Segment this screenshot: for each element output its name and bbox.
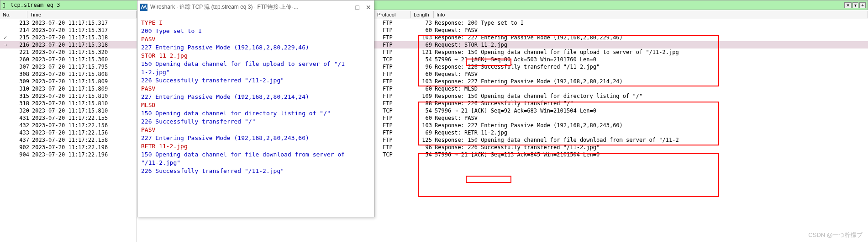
table-row[interactable]: FTP60Request: PASV (374, 70, 868, 78)
table-row[interactable]: FTP60Request: PASV (374, 114, 868, 122)
cell-no: 437 (9, 137, 31, 143)
close-button[interactable]: ✕ (366, 4, 371, 11)
cell-info: Response: 227 Entering Passive Mode (192… (434, 78, 623, 85)
annotation-redbox (418, 153, 719, 197)
table-row[interactable]: FTP60Request: PASV (374, 27, 868, 34)
table-row[interactable]: FTP69Request: RETR 11-2.jpg (374, 129, 868, 136)
table-row[interactable]: 4322023-07-20 11:17:22.156 (0, 122, 137, 129)
table-row[interactable]: FTP121Response: 150 Opening data channel… (374, 48, 868, 56)
cell-protocol: FTP (374, 20, 411, 26)
table-row[interactable]: TCP5457996 → 21 [ACK] Seq=92 Ack=683 Win… (374, 107, 868, 114)
stream-content[interactable]: TYPE I200 Type set to IPASV227 Entering … (137, 14, 374, 180)
filter-bar: ▯ ✕ ▾ + (0, 0, 868, 10)
filter-x-button[interactable]: ✕ (844, 2, 852, 8)
cell-time: 2023-07-20 11:17:15.317 (31, 27, 108, 33)
table-row[interactable]: FTP125Response: 150 Opening data channel… (374, 136, 868, 144)
maximize-button[interactable]: □ (356, 4, 359, 11)
cell-time: 2023-07-20 11:17:15.318 (31, 42, 108, 48)
cell-no: 215 (9, 34, 31, 41)
table-row[interactable]: FTP69Request: STOR 11-2.jpg (374, 41, 868, 48)
table-row[interactable]: 3182023-07-20 11:17:15.810 (0, 100, 137, 107)
row-marker-icon: ✓ (4, 34, 9, 41)
cell-protocol: FTP (374, 137, 411, 143)
table-row[interactable]: FTP60Request: MLSD (374, 85, 868, 92)
stream-response-line: 226 Successfully transferred "/11-2.jpg" (141, 167, 370, 175)
table-row[interactable]: 3092023-07-20 11:17:15.809 (0, 78, 137, 85)
table-row[interactable]: 4332023-07-20 11:17:22.156 (0, 129, 137, 136)
filter-history-button[interactable]: ▾ (852, 2, 858, 8)
packet-list-right: Protocol Length Info FTP73Response: 200 … (374, 10, 868, 242)
cell-length: 60 (411, 115, 434, 121)
table-row[interactable]: 9042023-07-20 11:17:22.196 (0, 151, 137, 158)
cell-info: Response: 227 Entering Passive Mode (192… (434, 34, 623, 41)
cell-no: 309 (9, 78, 31, 85)
table-row[interactable]: FTP103Response: 227 Entering Passive Mod… (374, 34, 868, 41)
stream-response-line: 227 Entering Passive Mode (192,168,2,80,… (141, 43, 370, 52)
wireshark-icon (140, 4, 147, 11)
col-header-time[interactable]: Time (27, 11, 137, 18)
cell-protocol: FTP (374, 78, 411, 85)
table-row[interactable]: FTP109Response: 150 Opening data channel… (374, 92, 868, 100)
table-row[interactable]: →2162023-07-20 11:17:15.318 (0, 41, 137, 48)
table-row[interactable]: 3102023-07-20 11:17:15.809 (0, 85, 137, 92)
table-row[interactable]: 3202023-07-20 11:17:15.810 (0, 107, 137, 114)
cell-length: 60 (411, 86, 434, 92)
cell-time: 2023-07-20 11:17:15.318 (31, 34, 108, 41)
table-row[interactable]: 2132023-07-20 11:17:15.317 (0, 19, 137, 27)
table-row[interactable]: 2602023-07-20 11:17:15.360 (0, 56, 137, 63)
stream-response-line: 226 Successfully transferred "/11-2.jpg" (141, 76, 370, 85)
cell-info: 57996 → 21 [ACK] Seq=80 Ack=503 Win=2101… (434, 56, 596, 63)
table-row[interactable]: ✓2152023-07-20 11:17:15.318 (0, 34, 137, 41)
table-row[interactable]: FTP88Response: 226 Successfully transfer… (374, 100, 868, 107)
cell-no: 315 (9, 93, 31, 99)
cell-info: 57996 → 21 [ACK] Seq=113 Ack=845 Win=210… (434, 151, 600, 158)
table-row[interactable]: 4312023-07-20 11:17:22.155 (0, 114, 137, 122)
filter-clear-icon[interactable]: ▯ (2, 2, 9, 8)
cell-time: 2023-07-20 11:17:22.196 (31, 151, 108, 158)
stream-response-line: 150 Opening data channel for file downlo… (141, 151, 370, 159)
col-header-length[interactable]: Length (411, 11, 434, 18)
table-row[interactable]: FTP73Response: 200 Type set to I (374, 19, 868, 27)
filter-add-button[interactable]: + (859, 2, 866, 8)
table-row[interactable]: TCP5457996 → 21 [ACK] Seq=80 Ack=503 Win… (374, 56, 868, 63)
cell-no: 307 (9, 64, 31, 70)
window-titlebar[interactable]: Wireshark · 追踪 TCP 流 (tcp.stream eq 3) ·… (137, 0, 374, 14)
cell-protocol: FTP (374, 122, 411, 129)
col-header-no[interactable]: No. (0, 11, 27, 18)
col-header-protocol[interactable]: Protocol (374, 11, 411, 18)
cell-info: Request: STOR 11-2.jpg (434, 42, 507, 48)
cell-length: 109 (411, 93, 434, 99)
table-row[interactable]: FTP103Response: 227 Entering Passive Mod… (374, 78, 868, 85)
col-header-info[interactable]: Info (434, 11, 868, 18)
cell-length: 96 (411, 144, 434, 151)
table-row[interactable]: 4372023-07-20 11:17:22.158 (0, 136, 137, 144)
stream-response-line: 200 Type set to I (141, 27, 370, 35)
window-title: Wireshark · 追踪 TCP 流 (tcp.stream eq 3) ·… (150, 3, 343, 11)
table-row[interactable]: 3082023-07-20 11:17:15.808 (0, 70, 137, 78)
cell-protocol: FTP (374, 115, 411, 121)
stream-response-line: 150 Opening data channel for file upload… (141, 60, 370, 68)
cell-info: Response: 150 Opening data channel for f… (434, 137, 679, 143)
cell-protocol: FTP (374, 144, 411, 151)
follow-tcp-stream-window[interactable]: Wireshark · 追踪 TCP 流 (tcp.stream eq 3) ·… (137, 0, 374, 217)
cell-no: 902 (9, 144, 31, 151)
table-row[interactable]: 2142023-07-20 11:17:15.317 (0, 27, 137, 34)
cell-protocol: FTP (374, 100, 411, 107)
table-row[interactable]: FTP96Response: 226 Successfully transfer… (374, 144, 868, 151)
table-row[interactable]: FTP96Response: 226 Successfully transfer… (374, 63, 868, 70)
cell-info: Response: 226 Successfully transferred "… (434, 100, 573, 107)
minimize-button[interactable]: — (343, 4, 349, 11)
stream-response-line: "/11-2.jpg" (141, 159, 370, 167)
table-row[interactable]: FTP103Response: 227 Entering Passive Mod… (374, 122, 868, 129)
table-row[interactable]: 3072023-07-20 11:17:15.795 (0, 63, 137, 70)
table-row[interactable]: 3152023-07-20 11:17:15.810 (0, 92, 137, 100)
cell-protocol: TCP (374, 108, 411, 114)
cell-time: 2023-07-20 11:17:15.320 (31, 49, 108, 55)
stream-request-line: MLSD (141, 101, 370, 109)
cell-protocol: TCP (374, 151, 411, 158)
cell-length: 54 (411, 108, 434, 114)
table-row[interactable]: 2212023-07-20 11:17:15.320 (0, 48, 137, 56)
table-row[interactable]: 9022023-07-20 11:17:22.196 (0, 144, 137, 151)
stream-response-line: 227 Entering Passive Mode (192,168,2,80,… (141, 134, 370, 142)
table-row[interactable]: TCP5457996 → 21 [ACK] Seq=113 Ack=845 Wi… (374, 151, 868, 158)
